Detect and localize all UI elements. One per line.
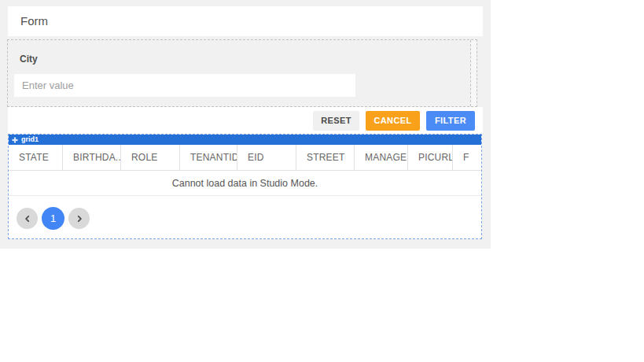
- chevron-left-icon: [24, 215, 31, 223]
- filter-button[interactable]: FILTER: [426, 111, 475, 131]
- grid-column-header[interactable]: STREET: [296, 145, 355, 170]
- data-grid[interactable]: grid1 STATE BIRTHDA... ROLE TENANTID EID…: [8, 134, 482, 239]
- grid-column-header[interactable]: TENANTID: [180, 145, 237, 170]
- grid-column-header[interactable]: STATE: [9, 145, 63, 170]
- studio-canvas: Form City RESET CANCEL FILTER grid1 STAT…: [0, 0, 491, 249]
- grid-tag-label: grid1: [21, 135, 39, 145]
- fieldset-right-strip: [470, 40, 477, 106]
- city-input[interactable]: [14, 74, 355, 97]
- grid-column-header[interactable]: BIRTHDA...: [63, 145, 121, 170]
- grid-column-header[interactable]: MANAGE...: [355, 145, 408, 170]
- grid-empty-message: Cannot load data in Studio Mode.: [9, 171, 481, 196]
- chevron-right-icon: [75, 215, 83, 223]
- pagination-page-1[interactable]: 1: [42, 207, 64, 230]
- move-cross-icon: [12, 137, 18, 143]
- pagination-next-button[interactable]: [68, 208, 90, 229]
- form-fieldset[interactable]: City: [7, 39, 477, 107]
- form-title: Form: [8, 6, 483, 36]
- cancel-button[interactable]: CANCEL: [366, 111, 420, 131]
- grid-column-header[interactable]: ROLE: [121, 145, 180, 170]
- reset-button[interactable]: RESET: [313, 111, 359, 131]
- form-header-card: Form: [8, 6, 483, 36]
- form-toolbar: RESET CANCEL FILTER: [8, 107, 483, 134]
- grid-pagination: 1: [9, 196, 481, 230]
- grid-header-row: STATE BIRTHDA... ROLE TENANTID EID STREE…: [9, 145, 481, 171]
- grid-column-header[interactable]: EID: [237, 145, 296, 170]
- grid-selection-tag[interactable]: grid1: [9, 135, 481, 145]
- pagination-prev-button[interactable]: [17, 208, 38, 229]
- city-field-label: City: [20, 54, 38, 65]
- grid-column-header[interactable]: F: [453, 145, 482, 170]
- grid-column-header[interactable]: PICURL: [408, 145, 453, 170]
